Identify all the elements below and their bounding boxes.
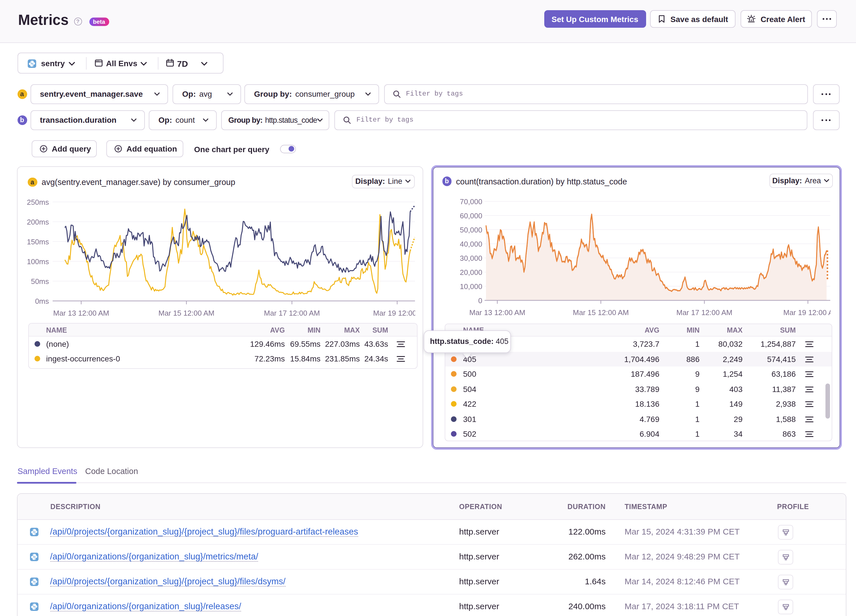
svg-text:50,000: 50,000 <box>460 226 482 234</box>
svg-text:40,000: 40,000 <box>460 240 482 248</box>
svg-text:0: 0 <box>478 296 482 305</box>
svg-text:20,000: 20,000 <box>460 268 482 277</box>
svg-text:Mar 13 12:00 AM: Mar 13 12:00 AM <box>53 309 109 317</box>
svg-text:Mar 17 12:00 AM: Mar 17 12:00 AM <box>676 308 732 317</box>
svg-text:70,000: 70,000 <box>460 197 482 206</box>
svg-text:Mar 15 12:00 AM: Mar 15 12:00 AM <box>573 308 629 317</box>
svg-text:Mar 13 12:00 AM: Mar 13 12:00 AM <box>469 308 525 317</box>
svg-text:100ms: 100ms <box>27 257 49 266</box>
svg-text:60,000: 60,000 <box>460 211 482 220</box>
svg-text:30,000: 30,000 <box>460 254 482 262</box>
svg-text:0ms: 0ms <box>35 297 49 305</box>
svg-text:Mar 15 12:00 AM: Mar 15 12:00 AM <box>159 309 214 317</box>
svg-text:Mar 19 12:00 AM: Mar 19 12:00 AM <box>373 309 415 317</box>
svg-text:Mar 19 12:00 AM: Mar 19 12:00 AM <box>783 308 830 317</box>
svg-text:50ms: 50ms <box>31 277 49 286</box>
svg-text:Mar 17 12:00 AM: Mar 17 12:00 AM <box>264 309 320 317</box>
svg-text:150ms: 150ms <box>27 237 49 246</box>
svg-text:200ms: 200ms <box>27 218 49 226</box>
svg-text:10,000: 10,000 <box>460 282 482 291</box>
svg-text:250ms: 250ms <box>27 198 49 206</box>
